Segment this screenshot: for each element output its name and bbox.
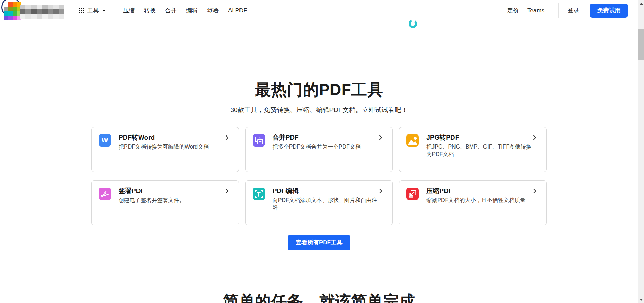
nav-item-teams[interactable]: Teams [527, 7, 544, 14]
nav-item-compress[interactable]: 压缩 [123, 7, 135, 14]
card-description: 向PDF文档添加文本、形状、图片和自由注释 [273, 196, 378, 212]
card-title: 压缩PDF [426, 187, 532, 195]
view-all-tools-button[interactable]: 查看所有PDF工具 [288, 235, 350, 250]
nav-divider [558, 3, 559, 18]
nav-item-merge[interactable]: 合并 [165, 7, 177, 14]
nav-item-edit[interactable]: 编辑 [186, 7, 198, 14]
tool-card-sign-pdf[interactable]: 签署PDF 创建电子签名并签署文件。 [91, 180, 239, 225]
page-subtitle: 30款工具，免费转换、压缩、编辑PDF文档。立即试试看吧！ [0, 105, 638, 114]
logo-pixelated-text [20, 5, 64, 19]
scrollbar-thumb[interactable] [638, 29, 644, 60]
compress-icon [406, 188, 419, 200]
scroll-down-button[interactable] [638, 296, 644, 302]
card-description: 把JPG、PNG、BMP、GIF、TIFF图像转换为PDF文档 [426, 143, 532, 158]
chevron-right-icon [532, 135, 538, 142]
card-title: PDF转Word [119, 133, 224, 142]
card-description: 把多个PDF文档合并为一个PDF文档 [273, 143, 378, 151]
primary-nav: 工具 压缩 转换 合并 编辑 签署 AI PDF [79, 7, 247, 14]
login-link[interactable]: 登录 [568, 7, 579, 14]
tool-card-jpg-to-pdf[interactable]: JPG转PDF 把JPG、PNG、BMP、GIF、TIFF图像转换为PDF文档 [399, 127, 547, 172]
card-description: 创建电子签名并签署文件。 [119, 196, 224, 204]
chevron-down-icon [102, 10, 106, 12]
chevron-right-icon [532, 188, 538, 195]
vertical-scrollbar[interactable] [638, 0, 644, 303]
card-title: 合并PDF [273, 133, 378, 142]
free-trial-button[interactable]: 免费试用 [590, 4, 628, 18]
app-logo[interactable] [3, 2, 65, 20]
secondary-nav: 定价 Teams 登录 免费试用 [507, 3, 628, 18]
nav-item-sign[interactable]: 签署 [207, 7, 219, 14]
card-description: 缩减PDF文档的大小，且不牺牲文档质量 [426, 196, 532, 204]
tool-card-compress-pdf[interactable]: 压缩PDF 缩减PDF文档的大小，且不牺牲文档质量 [399, 180, 547, 225]
tool-card-edit-pdf[interactable]: PDF编辑 向PDF文档添加文本、形状、图片和自由注释 [245, 180, 393, 225]
card-description: 把PDF文档转换为可编辑的Word文档 [119, 143, 224, 151]
image-icon [406, 134, 419, 147]
card-title: 签署PDF [119, 187, 224, 195]
logo-pixelated-icon [4, 2, 21, 20]
main-content: 最热门的PDF工具 30款工具，免费转换、压缩、编辑PDF文档。立即试试看吧！ … [0, 80, 638, 303]
chevron-right-icon [378, 135, 384, 142]
card-title: JPG转PDF [426, 133, 532, 142]
nav-item-pricing[interactable]: 定价 [507, 7, 519, 14]
text-edit-icon [253, 188, 265, 200]
chevron-right-icon [378, 188, 384, 195]
grid-menu-icon [79, 8, 84, 13]
top-navigation-bar: 工具 压缩 转换 合并 编辑 签署 AI PDF 定价 Teams 登录 免费试… [0, 0, 644, 21]
nav-item-ai-pdf[interactable]: AI PDF [228, 7, 247, 14]
card-title: PDF编辑 [273, 187, 378, 195]
tool-card-grid: W PDF转Word 把PDF文档转换为可编辑的Word文档 合并PDF 把多个… [91, 127, 547, 225]
tool-card-pdf-to-word[interactable]: W PDF转Word 把PDF文档转换为可编辑的Word文档 [91, 127, 239, 172]
word-icon: W [99, 134, 111, 147]
nav-item-convert[interactable]: 转换 [144, 7, 156, 14]
nav-tools-menu[interactable]: 工具 [79, 7, 106, 14]
chevron-right-icon [224, 135, 230, 142]
nav-tools-label: 工具 [87, 7, 99, 14]
merge-icon [253, 134, 265, 147]
scroll-up-button[interactable] [638, 1, 644, 7]
next-section-title: 简单的任务，就该简单完成 [0, 291, 638, 303]
page-title: 最热门的PDF工具 [0, 80, 638, 100]
tool-card-merge-pdf[interactable]: 合并PDF 把多个PDF文档合并为一个PDF文档 [245, 127, 393, 172]
loading-spinner [409, 20, 417, 28]
chevron-right-icon [224, 188, 230, 195]
signature-icon [99, 188, 111, 200]
